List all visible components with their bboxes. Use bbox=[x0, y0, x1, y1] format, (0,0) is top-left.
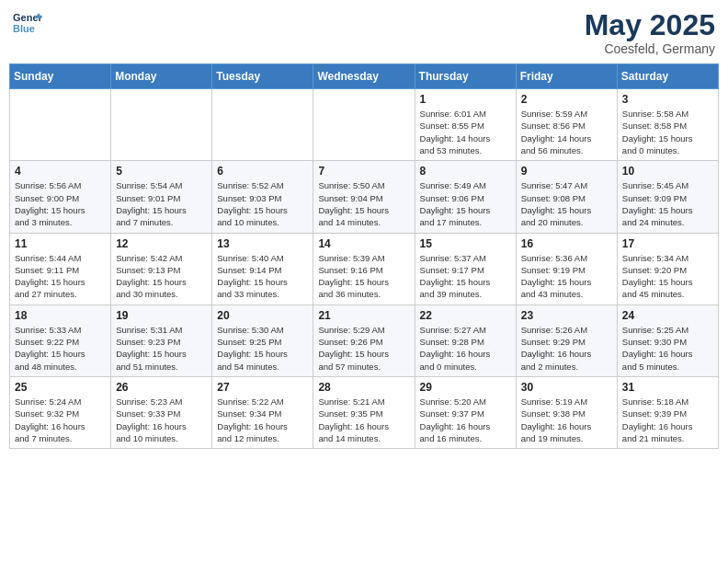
day-number: 7 bbox=[318, 165, 409, 178]
day-info: Sunrise: 5:44 AMSunset: 9:11 PMDaylight:… bbox=[15, 252, 106, 301]
day-number: 17 bbox=[622, 237, 713, 250]
calendar-cell: 3Sunrise: 5:58 AMSunset: 8:58 PMDaylight… bbox=[617, 89, 718, 161]
calendar-cell: 19Sunrise: 5:31 AMSunset: 9:23 PMDayligh… bbox=[111, 304, 212, 376]
title-block: May 2025 Coesfeld, Germany bbox=[585, 9, 715, 56]
calendar-table: SundayMondayTuesdayWednesdayThursdayFrid… bbox=[9, 63, 719, 449]
day-number: 14 bbox=[318, 237, 409, 250]
calendar-week-5: 25Sunrise: 5:24 AMSunset: 9:32 PMDayligh… bbox=[10, 376, 719, 448]
col-header-saturday: Saturday bbox=[617, 64, 718, 89]
day-info: Sunrise: 5:58 AMSunset: 8:58 PMDaylight:… bbox=[622, 108, 713, 156]
day-info: Sunrise: 5:36 AMSunset: 9:19 PMDaylight:… bbox=[521, 252, 612, 301]
calendar-cell: 25Sunrise: 5:24 AMSunset: 9:32 PMDayligh… bbox=[10, 376, 111, 448]
day-number: 28 bbox=[318, 381, 409, 394]
day-info: Sunrise: 5:27 AMSunset: 9:28 PMDaylight:… bbox=[420, 324, 511, 373]
calendar-header-row: SundayMondayTuesdayWednesdayThursdayFrid… bbox=[10, 64, 719, 89]
calendar-cell: 7Sunrise: 5:50 AMSunset: 9:04 PMDaylight… bbox=[313, 161, 415, 233]
day-info: Sunrise: 5:33 AMSunset: 9:22 PMDaylight:… bbox=[15, 324, 106, 373]
day-number: 6 bbox=[217, 165, 308, 178]
col-header-monday: Monday bbox=[111, 64, 212, 89]
page-header: General Blue May 2025 Coesfeld, Germany bbox=[9, 9, 719, 56]
day-info: Sunrise: 5:40 AMSunset: 9:14 PMDaylight:… bbox=[217, 252, 308, 301]
day-number: 20 bbox=[217, 309, 308, 322]
day-info: Sunrise: 5:39 AMSunset: 9:16 PMDaylight:… bbox=[318, 252, 409, 301]
calendar-cell: 15Sunrise: 5:37 AMSunset: 9:17 PMDayligh… bbox=[415, 233, 516, 304]
calendar-week-3: 11Sunrise: 5:44 AMSunset: 9:11 PMDayligh… bbox=[10, 233, 719, 304]
day-number: 2 bbox=[521, 93, 612, 106]
calendar-cell: 1Sunrise: 6:01 AMSunset: 8:55 PMDaylight… bbox=[415, 89, 516, 161]
day-number: 25 bbox=[15, 381, 106, 394]
day-info: Sunrise: 5:52 AMSunset: 9:03 PMDaylight:… bbox=[217, 179, 308, 228]
calendar-cell: 23Sunrise: 5:26 AMSunset: 9:29 PMDayligh… bbox=[516, 304, 617, 376]
col-header-sunday: Sunday bbox=[10, 64, 111, 89]
logo: General Blue bbox=[13, 9, 42, 35]
calendar-cell: 22Sunrise: 5:27 AMSunset: 9:28 PMDayligh… bbox=[415, 304, 516, 376]
location: Coesfeld, Germany bbox=[585, 41, 715, 56]
day-number: 18 bbox=[15, 309, 106, 322]
day-info: Sunrise: 5:45 AMSunset: 9:09 PMDaylight:… bbox=[622, 179, 713, 228]
day-number: 23 bbox=[521, 309, 612, 322]
day-number: 1 bbox=[420, 93, 511, 106]
day-number: 22 bbox=[420, 309, 511, 322]
day-info: Sunrise: 5:34 AMSunset: 9:20 PMDaylight:… bbox=[622, 252, 713, 301]
day-number: 15 bbox=[420, 237, 511, 250]
month-title: May 2025 bbox=[585, 9, 715, 41]
day-info: Sunrise: 5:54 AMSunset: 9:01 PMDaylight:… bbox=[116, 179, 207, 228]
day-number: 11 bbox=[15, 237, 106, 250]
day-info: Sunrise: 5:20 AMSunset: 9:37 PMDaylight:… bbox=[420, 396, 511, 444]
calendar-cell: 10Sunrise: 5:45 AMSunset: 9:09 PMDayligh… bbox=[617, 161, 718, 233]
day-number: 29 bbox=[420, 381, 511, 394]
calendar-cell: 13Sunrise: 5:40 AMSunset: 9:14 PMDayligh… bbox=[212, 233, 313, 304]
calendar-cell: 27Sunrise: 5:22 AMSunset: 9:34 PMDayligh… bbox=[212, 376, 313, 448]
day-number: 3 bbox=[622, 93, 713, 106]
day-info: Sunrise: 5:42 AMSunset: 9:13 PMDaylight:… bbox=[116, 252, 207, 301]
day-number: 13 bbox=[217, 237, 308, 250]
day-number: 30 bbox=[521, 381, 612, 394]
calendar-week-4: 18Sunrise: 5:33 AMSunset: 9:22 PMDayligh… bbox=[10, 304, 719, 376]
calendar-cell: 31Sunrise: 5:18 AMSunset: 9:39 PMDayligh… bbox=[617, 376, 718, 448]
day-number: 19 bbox=[116, 309, 207, 322]
calendar-cell: 30Sunrise: 5:19 AMSunset: 9:38 PMDayligh… bbox=[516, 376, 617, 448]
day-number: 9 bbox=[521, 165, 612, 178]
day-info: Sunrise: 5:22 AMSunset: 9:34 PMDaylight:… bbox=[217, 396, 308, 444]
day-info: Sunrise: 5:49 AMSunset: 9:06 PMDaylight:… bbox=[420, 179, 511, 228]
calendar-cell: 6Sunrise: 5:52 AMSunset: 9:03 PMDaylight… bbox=[212, 161, 313, 233]
calendar-cell: 18Sunrise: 5:33 AMSunset: 9:22 PMDayligh… bbox=[10, 304, 111, 376]
day-info: Sunrise: 5:31 AMSunset: 9:23 PMDaylight:… bbox=[116, 324, 207, 373]
calendar-cell: 14Sunrise: 5:39 AMSunset: 9:16 PMDayligh… bbox=[313, 233, 415, 304]
day-number: 4 bbox=[15, 165, 106, 178]
day-info: Sunrise: 5:59 AMSunset: 8:56 PMDaylight:… bbox=[521, 108, 612, 156]
calendar-cell: 9Sunrise: 5:47 AMSunset: 9:08 PMDaylight… bbox=[516, 161, 617, 233]
col-header-wednesday: Wednesday bbox=[313, 64, 415, 89]
calendar-cell: 21Sunrise: 5:29 AMSunset: 9:26 PMDayligh… bbox=[313, 304, 415, 376]
calendar-cell: 28Sunrise: 5:21 AMSunset: 9:35 PMDayligh… bbox=[313, 376, 415, 448]
day-info: Sunrise: 5:26 AMSunset: 9:29 PMDaylight:… bbox=[521, 324, 612, 373]
day-info: Sunrise: 5:25 AMSunset: 9:30 PMDaylight:… bbox=[622, 324, 713, 373]
day-info: Sunrise: 5:23 AMSunset: 9:33 PMDaylight:… bbox=[116, 396, 207, 444]
day-number: 8 bbox=[420, 165, 511, 178]
day-info: Sunrise: 6:01 AMSunset: 8:55 PMDaylight:… bbox=[420, 108, 511, 156]
day-number: 12 bbox=[116, 237, 207, 250]
logo-icon: General Blue bbox=[13, 9, 42, 35]
day-number: 5 bbox=[116, 165, 207, 178]
calendar-cell bbox=[10, 89, 111, 161]
calendar-cell bbox=[111, 89, 212, 161]
day-info: Sunrise: 5:18 AMSunset: 9:39 PMDaylight:… bbox=[622, 396, 713, 444]
calendar-cell bbox=[313, 89, 415, 161]
day-number: 24 bbox=[622, 309, 713, 322]
calendar-cell: 24Sunrise: 5:25 AMSunset: 9:30 PMDayligh… bbox=[617, 304, 718, 376]
day-info: Sunrise: 5:37 AMSunset: 9:17 PMDaylight:… bbox=[420, 252, 511, 301]
day-info: Sunrise: 5:47 AMSunset: 9:08 PMDaylight:… bbox=[521, 179, 612, 228]
calendar-cell: 20Sunrise: 5:30 AMSunset: 9:25 PMDayligh… bbox=[212, 304, 313, 376]
calendar-cell: 8Sunrise: 5:49 AMSunset: 9:06 PMDaylight… bbox=[415, 161, 516, 233]
day-info: Sunrise: 5:56 AMSunset: 9:00 PMDaylight:… bbox=[15, 179, 106, 228]
svg-text:Blue: Blue bbox=[13, 23, 35, 34]
calendar-cell: 26Sunrise: 5:23 AMSunset: 9:33 PMDayligh… bbox=[111, 376, 212, 448]
col-header-thursday: Thursday bbox=[415, 64, 516, 89]
col-header-tuesday: Tuesday bbox=[212, 64, 313, 89]
day-number: 16 bbox=[521, 237, 612, 250]
calendar-week-2: 4Sunrise: 5:56 AMSunset: 9:00 PMDaylight… bbox=[10, 161, 719, 233]
calendar-cell: 2Sunrise: 5:59 AMSunset: 8:56 PMDaylight… bbox=[516, 89, 617, 161]
day-info: Sunrise: 5:19 AMSunset: 9:38 PMDaylight:… bbox=[521, 396, 612, 444]
calendar-cell bbox=[212, 89, 313, 161]
day-info: Sunrise: 5:50 AMSunset: 9:04 PMDaylight:… bbox=[318, 179, 409, 228]
